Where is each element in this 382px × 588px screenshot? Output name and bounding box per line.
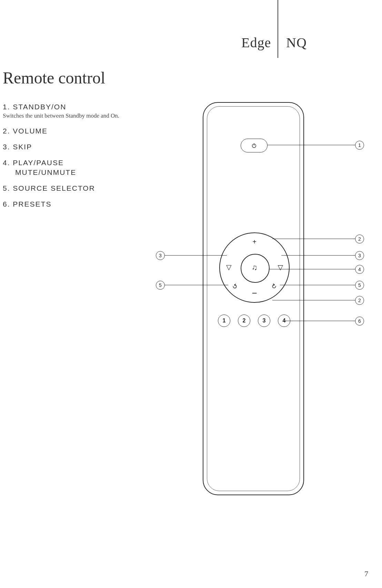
page-number: 7 xyxy=(364,569,368,578)
callout-number: 4 xyxy=(355,265,364,274)
source-prev-icon: ↺ xyxy=(231,282,239,291)
music-icon: ♫ xyxy=(252,263,258,272)
feature-name: STANDBY/ON xyxy=(13,103,66,111)
feature-label: 1. STANDBY/ON xyxy=(3,103,151,111)
feature-sublabel: MUTE/UNMUTE xyxy=(15,168,151,177)
callout-line xyxy=(268,145,355,145)
callout-line xyxy=(165,255,227,256)
feature-name: SOURCE SELECTOR xyxy=(13,184,95,192)
feature-desc: Switches the unit between Standby mode a… xyxy=(3,112,151,119)
power-icon xyxy=(251,143,257,148)
feature-item-2: 2. VOLUME xyxy=(3,127,151,135)
feature-number: 2. xyxy=(3,127,10,135)
preset-button-1: 1 xyxy=(218,315,230,327)
feature-name: PLAY/PAUSE xyxy=(13,159,64,167)
source-next-icon: ↻ xyxy=(270,282,278,291)
feature-item-6: 6. PRESETS xyxy=(3,200,151,208)
header-model: NQ xyxy=(286,34,307,51)
header-product-line: Edge xyxy=(241,34,271,51)
page-title: Remote control xyxy=(3,68,105,87)
callout-number: 3 xyxy=(156,251,165,260)
feature-number: 1. xyxy=(3,103,10,111)
feature-number: 4. xyxy=(3,159,10,167)
power-button xyxy=(241,139,268,152)
preset-button-2: 2 xyxy=(238,315,250,327)
feature-item-3: 3. SKIP xyxy=(3,143,151,151)
callout-number: 2 xyxy=(355,235,364,243)
skip-back-icon: ◁ xyxy=(224,265,232,270)
feature-name: PRESETS xyxy=(13,200,51,208)
callout-line xyxy=(284,321,355,321)
remote-outline: + − ◁ ▷ ♫ ↺ ↻ 1 2 3 4 xyxy=(203,102,304,495)
callout-number: 1 xyxy=(355,141,364,150)
feature-item-5: 5. SOURCE SELECTOR xyxy=(3,184,151,192)
feature-list: 1. STANDBY/ON Switches the unit between … xyxy=(3,103,151,216)
callout-line xyxy=(165,285,228,285)
feature-name: VOLUME xyxy=(13,127,48,135)
callout-number: 5 xyxy=(355,281,364,290)
callout-line xyxy=(272,239,355,239)
callout-number: 6 xyxy=(355,317,364,326)
feature-name: SKIP xyxy=(13,143,32,151)
callout-line xyxy=(281,255,355,256)
callout-number: 3 xyxy=(355,251,364,260)
feature-number: 6. xyxy=(3,200,10,208)
callout-line xyxy=(270,269,355,269)
header-divider xyxy=(278,0,278,58)
callout-line xyxy=(280,285,355,285)
preset-button-3: 3 xyxy=(258,315,270,327)
feature-item-1: 1. STANDBY/ON Switches the unit between … xyxy=(3,103,151,119)
feature-number: 5. xyxy=(3,184,10,192)
volume-down-icon: − xyxy=(252,288,257,299)
control-pad: + − ◁ ▷ ♫ ↺ ↻ xyxy=(219,232,290,303)
feature-number: 3. xyxy=(3,143,10,151)
feature-item-4: 4. PLAY/PAUSE MUTE/UNMUTE xyxy=(3,159,151,177)
skip-forward-icon: ▷ xyxy=(277,265,285,270)
callout-line xyxy=(272,300,355,300)
callout-number: 2 xyxy=(355,296,364,305)
volume-up-icon: + xyxy=(252,238,257,246)
callout-number: 5 xyxy=(156,281,165,290)
preset-row: 1 2 3 4 xyxy=(218,315,290,327)
